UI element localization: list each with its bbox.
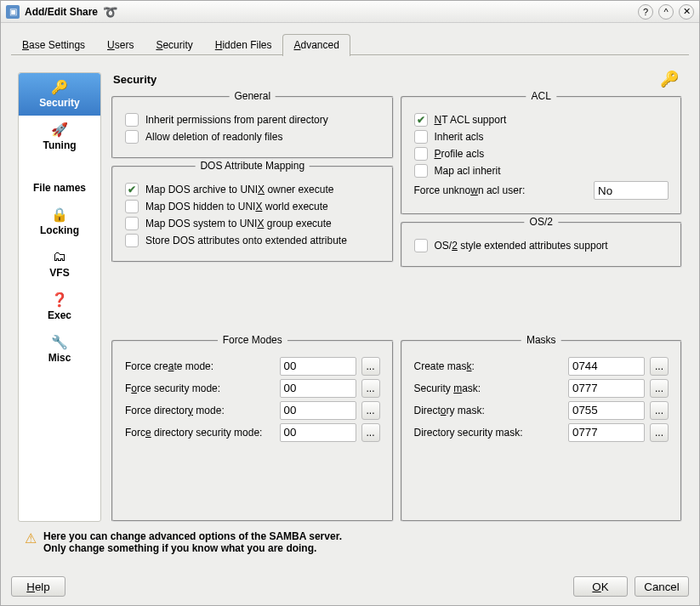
checkbox-icon[interactable] <box>414 239 428 252</box>
checkbox-icon[interactable] <box>125 183 139 196</box>
checkbox-icon[interactable] <box>125 234 139 247</box>
checkbox-label: Map DOS hidden to UNIX world execute <box>145 201 328 212</box>
checkbox-icon[interactable] <box>125 113 139 127</box>
create-mask-label: Create mask: <box>414 360 564 372</box>
tab-content-advanced: 🔑 Security 🚀 Tuning File names 🔒 Locking <box>11 55 689 568</box>
group-title: General <box>229 90 276 102</box>
window: ▣ Add/Edit Share ➰ ? ^ ✕ Base Settings U… <box>0 0 700 606</box>
checkbox-nt-acl-support[interactable]: NT ACL support <box>414 113 669 127</box>
warning-text: Here you can change advanced options of … <box>43 530 342 554</box>
dialog-footer: Help OK Cancel <box>1 571 699 605</box>
help-button[interactable]: Help <box>11 576 65 597</box>
force-security-mode-input[interactable] <box>280 379 356 398</box>
checkbox-label: Map acl inherit <box>435 165 501 177</box>
checkbox-label: Profile acls <box>435 148 485 160</box>
checkbox-label: Inherit acls <box>435 131 484 143</box>
directory-security-mask-label: Directory security mask: <box>414 427 564 439</box>
force-create-mode-input[interactable] <box>280 357 356 376</box>
sidebar-item-file-names[interactable]: File names <box>19 158 100 201</box>
group-title: DOS Attribute Mapping <box>195 160 310 172</box>
tab-base-settings[interactable]: Base Settings <box>11 34 96 56</box>
sidebar-item-tuning[interactable]: 🚀 Tuning <box>19 116 100 158</box>
checkbox-label: Map DOS system to UNIX group execute <box>145 218 332 229</box>
sidebar-item-label: Exec <box>22 309 97 321</box>
rocket-icon: 🚀 <box>22 121 97 138</box>
directory-mask-browse-button[interactable]: ... <box>650 401 669 420</box>
folder-icon: 🗂 <box>22 248 97 265</box>
checkbox-inherit-acls[interactable]: Inherit acls <box>414 130 669 144</box>
checkbox-label: Allow deletion of readonly files <box>145 131 282 143</box>
checkbox-icon[interactable] <box>414 164 428 178</box>
checkbox-profile-acls[interactable]: Profile acls <box>414 147 669 161</box>
checkbox-icon[interactable] <box>414 113 428 127</box>
checkbox-icon[interactable] <box>125 217 139 230</box>
lock-icon: 🔒 <box>22 206 97 223</box>
group-title: ACL <box>526 90 556 102</box>
security-mask-input[interactable] <box>568 379 645 398</box>
group-title: OS/2 <box>525 216 558 228</box>
sidebar-item-label: Misc <box>22 352 97 364</box>
directory-security-mask-browse-button[interactable]: ... <box>650 423 669 442</box>
ok-button[interactable]: OK <box>573 576 628 597</box>
sidebar-item-security[interactable]: 🔑 Security <box>19 73 100 116</box>
force-create-mode-label: Force create mode: <box>125 360 275 372</box>
force-directory-security-mode-input[interactable] <box>280 423 356 442</box>
sidebar-item-exec[interactable]: ❓ Exec <box>19 286 100 328</box>
force-directory-security-mode-label: Force directory security mode: <box>125 427 275 439</box>
security-mask-label: Security mask: <box>414 382 564 394</box>
checkbox-allow-deletion[interactable]: Allow deletion of readonly files <box>125 130 380 144</box>
tab-users[interactable]: Users <box>96 34 145 56</box>
tab-hidden-files[interactable]: Hidden Files <box>204 34 283 56</box>
checkbox-map-acl-inherit[interactable]: Map acl inherit <box>414 164 669 178</box>
group-title: Force Modes <box>218 334 287 346</box>
key-decor-icon: 🔑 <box>660 70 679 88</box>
directory-security-mask-input[interactable] <box>568 423 645 442</box>
directory-mask-label: Directory mask: <box>414 405 564 416</box>
blank-icon <box>22 163 97 180</box>
directory-mask-input[interactable] <box>568 401 645 420</box>
force-directory-mode-browse-button[interactable]: ... <box>361 401 380 420</box>
sidebar-item-vfs[interactable]: 🗂 VFS <box>19 243 100 286</box>
checkbox-dos-system[interactable]: Map DOS system to UNIX group execute <box>125 217 380 230</box>
page-title: Security <box>113 73 157 86</box>
group-force-modes: Force Modes Force create mode: ... Force… <box>111 340 394 523</box>
checkbox-icon[interactable] <box>414 130 428 144</box>
security-mask-browse-button[interactable]: ... <box>650 379 669 398</box>
warning-icon: ⚠ <box>25 530 37 554</box>
group-dos-mapping: DOS Attribute Mapping Map DOS archive to… <box>111 166 394 263</box>
close-titlebar-button[interactable]: ✕ <box>679 4 694 20</box>
rollup-titlebar-button[interactable]: ^ <box>658 4 674 20</box>
create-mask-browse-button[interactable]: ... <box>650 357 669 376</box>
checkbox-label: Store DOS attributes onto extended attri… <box>145 235 347 246</box>
titlebar[interactable]: ▣ Add/Edit Share ➰ ? ^ ✕ <box>1 1 699 23</box>
force-create-mode-browse-button[interactable]: ... <box>361 357 380 376</box>
create-mask-input[interactable] <box>568 357 645 376</box>
sidebar-item-locking[interactable]: 🔒 Locking <box>19 201 100 243</box>
cancel-button[interactable]: Cancel <box>635 576 689 597</box>
checkbox-dos-hidden[interactable]: Map DOS hidden to UNIX world execute <box>125 200 380 213</box>
checkbox-icon[interactable] <box>414 147 428 161</box>
group-os2: OS/2 OS/2 style extended attributes supp… <box>401 222 683 268</box>
checkbox-label: OS/2 style extended attributes support <box>435 240 608 252</box>
tab-advanced[interactable]: Advanced <box>282 34 350 56</box>
sidebar-item-label: Tuning <box>22 139 97 151</box>
sidebar-item-misc[interactable]: 🔧 Misc <box>19 328 100 371</box>
checkbox-icon[interactable] <box>125 130 139 144</box>
checkbox-icon[interactable] <box>125 200 139 213</box>
force-directory-security-mode-browse-button[interactable]: ... <box>361 423 380 442</box>
tab-security[interactable]: Security <box>145 34 203 56</box>
help-titlebar-button[interactable]: ? <box>638 4 653 20</box>
checkbox-dos-archive[interactable]: Map DOS archive to UNIX owner execute <box>125 183 380 196</box>
checkbox-dos-store[interactable]: Store DOS attributes onto extended attri… <box>125 234 380 247</box>
force-directory-mode-input[interactable] <box>280 401 356 420</box>
checkbox-os2-extended[interactable]: OS/2 style extended attributes support <box>414 239 669 252</box>
force-unknown-acl-input[interactable] <box>594 181 669 200</box>
force-security-mode-browse-button[interactable]: ... <box>361 379 380 398</box>
checkbox-label: NT ACL support <box>435 114 507 126</box>
key-icon: 🔑 <box>22 78 97 95</box>
sidebar-item-label: VFS <box>22 267 97 279</box>
sidebar-item-label: File names <box>22 182 97 194</box>
sidebar-item-label: Locking <box>22 224 97 236</box>
dialog-body: Base Settings Users Security Hidden File… <box>1 23 699 571</box>
checkbox-inherit-permissions[interactable]: Inherit permissions from parent director… <box>125 113 380 127</box>
